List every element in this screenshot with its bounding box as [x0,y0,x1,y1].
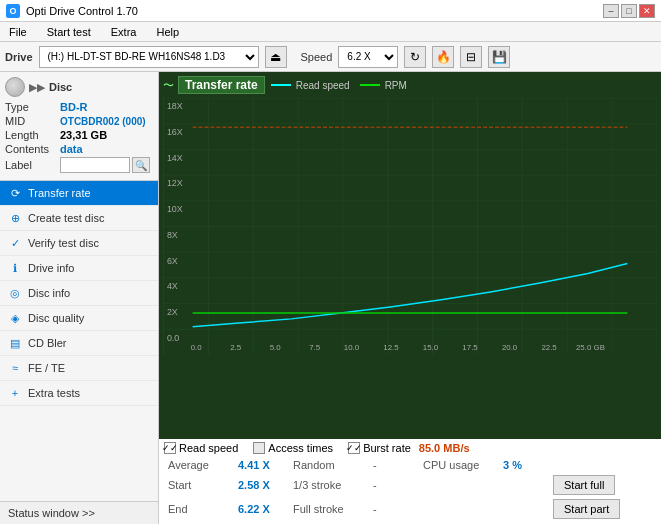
status-window-nav[interactable]: Status window >> [0,501,158,524]
start-full-button[interactable]: Start full [553,475,615,495]
right-panel: 〜 Transfer rate Read speed RPM [159,72,661,524]
disc-arrow-icon[interactable]: ▶▶ [29,81,45,94]
app-title: Opti Drive Control 1.70 [26,5,138,17]
nav-fe-te-label: FE / TE [28,362,65,374]
svg-text:17.5: 17.5 [462,343,478,352]
disc-label-button[interactable]: 🔍 [132,157,150,173]
svg-text:0.0: 0.0 [167,333,179,343]
nav-extra-tests-label: Extra tests [28,387,80,399]
menu-extra[interactable]: Extra [106,24,142,40]
app-icon: O [6,4,20,18]
disc-quality-icon: ◈ [8,311,22,325]
disc-length-label: Length [5,129,60,141]
nav-create-test-disc-label: Create test disc [28,212,104,224]
refresh-button[interactable]: ↻ [404,46,426,68]
menu-start-test[interactable]: Start test [42,24,96,40]
drive-select[interactable]: (H:) HL-DT-ST BD-RE WH16NS48 1.D3 [39,46,259,68]
speed-select[interactable]: 6.2 X [338,46,398,68]
nav-fe-te[interactable]: ≈ FE / TE [0,356,158,381]
nav-disc-quality[interactable]: ◈ Disc quality [0,306,158,331]
cb-access-times[interactable]: Access times [253,442,333,454]
menu-bar: File Start test Extra Help [0,22,661,42]
start-value: 2.58 X [234,473,289,497]
minimize-button[interactable]: – [603,4,619,18]
nav-disc-info[interactable]: ◎ Disc info [0,281,158,306]
svg-text:5.0: 5.0 [270,343,282,352]
random-label: Random [289,457,369,473]
menu-file[interactable]: File [4,24,32,40]
burn-button[interactable]: 🔥 [432,46,454,68]
title-bar-left: O Opti Drive Control 1.70 [6,4,138,18]
nav-drive-info[interactable]: ℹ Drive info [0,256,158,281]
menu-help[interactable]: Help [151,24,184,40]
chart-bottom: ✓ Read speed Access times ✓ Burst rate 8… [159,439,661,524]
access-times-checkbox-label: Access times [268,442,333,454]
nav-verify-test-disc-label: Verify test disc [28,237,99,249]
svg-text:12X: 12X [167,178,183,188]
cb-read-speed[interactable]: ✓ Read speed [164,442,238,454]
disc-length-value: 23,31 GB [60,129,107,141]
stroke13-label: 1/3 stroke [289,473,369,497]
disc-length-row: Length 23,31 GB [5,129,153,141]
disc-contents-row: Contents data [5,143,153,155]
read-speed-checkbox-label: Read speed [179,442,238,454]
svg-text:14X: 14X [167,153,183,163]
nav-disc-info-label: Disc info [28,287,70,299]
save-button[interactable]: 💾 [488,46,510,68]
nav-verify-test-disc[interactable]: ✓ Verify test disc [0,231,158,256]
disc-header: ▶▶ Disc [5,77,153,97]
chart-header: 〜 Transfer rate Read speed RPM [163,76,657,94]
stats-row-end: End 6.22 X Full stroke - Start part [164,497,656,521]
nav-transfer-rate[interactable]: ⟳ Transfer rate [0,181,158,206]
maximize-button[interactable]: □ [621,4,637,18]
status-window-label: Status window >> [8,507,95,519]
average-value: 4.41 X [234,457,289,473]
create-test-disc-icon: ⊕ [8,211,22,225]
legend-read-speed-color [271,84,291,86]
close-button[interactable]: ✕ [639,4,655,18]
cpu-usage-label: CPU usage [419,457,499,473]
disc-info-icon: ◎ [8,286,22,300]
svg-text:8X: 8X [167,230,178,240]
access-times-checkbox[interactable] [253,442,265,454]
stroke13-value: - [369,473,419,497]
nav-section: ⟳ Transfer rate ⊕ Create test disc ✓ Ver… [0,181,158,501]
transfer-rate-icon: ⟳ [8,186,22,200]
fe-te-icon: ≈ [8,361,22,375]
erase-button[interactable]: ⊟ [460,46,482,68]
disc-type-value: BD-R [60,101,88,113]
svg-text:12.5: 12.5 [383,343,399,352]
disc-section-label: Disc [49,81,72,93]
svg-text:0.0: 0.0 [191,343,203,352]
svg-rect-0 [163,98,657,355]
svg-text:2.5: 2.5 [230,343,242,352]
drive-info-icon: ℹ [8,261,22,275]
svg-text:25.0 GB: 25.0 GB [576,343,605,352]
nav-extra-tests[interactable]: + Extra tests [0,381,158,406]
disc-type-row: Type BD-R [5,101,153,113]
left-panel: ▶▶ Disc Type BD-R MID OTCBDR002 (000) Le… [0,72,159,524]
start-part-button[interactable]: Start part [553,499,620,519]
disc-contents-value[interactable]: data [60,143,83,155]
read-speed-checkbox[interactable]: ✓ [164,442,176,454]
legend-rpm: RPM [360,80,407,91]
legend-read-speed-label: Read speed [296,80,350,91]
toolbar: Drive (H:) HL-DT-ST BD-RE WH16NS48 1.D3 … [0,42,661,72]
cb-burst-rate[interactable]: ✓ Burst rate 85.0 MB/s [348,442,469,454]
svg-text:22.5: 22.5 [541,343,557,352]
disc-mid-row: MID OTCBDR002 (000) [5,115,153,127]
disc-mid-label: MID [5,115,60,127]
full-stroke-label: Full stroke [289,497,369,521]
disc-icon [5,77,25,97]
disc-label-input[interactable] [60,157,130,173]
chart-container: 〜 Transfer rate Read speed RPM [159,72,661,439]
nav-cd-bler[interactable]: ▤ CD Bler [0,331,158,356]
svg-text:2X: 2X [167,307,178,317]
nav-create-test-disc[interactable]: ⊕ Create test disc [0,206,158,231]
disc-mid-value: OTCBDR002 (000) [60,116,146,127]
burst-rate-checkbox[interactable]: ✓ [348,442,360,454]
eject-button[interactable]: ⏏ [265,46,287,68]
title-bar: O Opti Drive Control 1.70 – □ ✕ [0,0,661,22]
nav-drive-info-label: Drive info [28,262,74,274]
chart-wave-icon: 〜 [163,78,174,93]
